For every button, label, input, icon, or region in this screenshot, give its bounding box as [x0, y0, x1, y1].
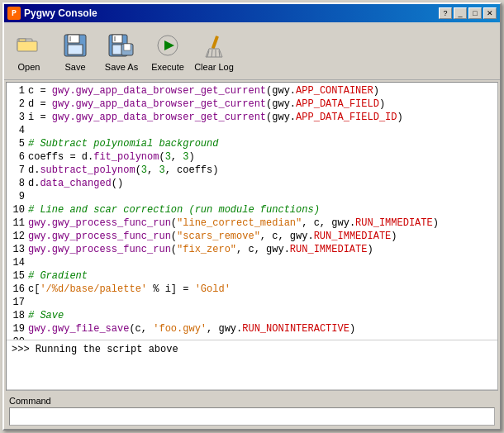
code-line-18: 18 # Save: [7, 309, 497, 322]
save-as-button[interactable]: Save As: [102, 31, 141, 72]
code-line-14: 14: [7, 256, 497, 269]
toolbar: Open Save: [4, 22, 500, 80]
svg-rect-1: [17, 41, 37, 51]
code-line-16: 16 c['/%d/base/palette' % i] = 'Gold': [7, 283, 497, 296]
open-label: Open: [18, 62, 40, 72]
output-area: >>> Running the script above: [7, 340, 497, 390]
clear-log-label: Clear Log: [194, 62, 234, 72]
code-editor[interactable]: 1 c = gwy.gwy_app_data_browser_get_curre…: [7, 83, 497, 340]
title-bar-left: P Pygwy Console: [7, 7, 97, 20]
command-label: Command: [9, 396, 495, 406]
window-title: Pygwy Console: [24, 7, 97, 19]
code-line-13: 13 gwy.gwy_process_func_run("fix_zero", …: [7, 243, 497, 256]
execute-button[interactable]: Execute: [148, 31, 188, 72]
close-button[interactable]: ✕: [483, 7, 497, 19]
svg-rect-10: [114, 36, 116, 41]
code-line-19: 19 gwy.gwy_file_save(c, 'foo.gwy', gwy.R…: [7, 322, 497, 335]
output-text: >>> Running the script above: [12, 344, 178, 355]
title-bar: P Pygwy Console ? _ □ ✕: [4, 4, 500, 22]
code-line-17: 17: [7, 296, 497, 309]
help-button[interactable]: ?: [439, 7, 452, 19]
execute-icon: [153, 31, 183, 60]
svg-rect-8: [112, 35, 122, 43]
code-line-2: 2 d = gwy.gwy_app_data_browser_get_curre…: [7, 98, 497, 111]
app-icon: P: [7, 7, 21, 20]
code-line-9: 9: [7, 190, 497, 203]
content-area: 1 c = gwy.gwy_app_data_browser_get_curre…: [6, 82, 498, 391]
save-as-icon: [107, 31, 136, 60]
code-line-15: 15 # Gradient: [7, 269, 497, 283]
svg-rect-2: [19, 39, 26, 41]
svg-rect-6: [69, 36, 71, 41]
code-line-5: 5 # Subtract polynomial background: [7, 137, 497, 150]
main-window: P Pygwy Console ? _ □ ✕ Open: [2, 2, 502, 431]
maximize-button[interactable]: □: [468, 7, 482, 19]
code-line-7: 7 d.subtract_polynom(3, 3, coeffs): [7, 164, 497, 177]
svg-rect-5: [68, 45, 83, 55]
clear-log-button[interactable]: Clear Log: [194, 31, 234, 72]
command-input[interactable]: [9, 407, 495, 426]
open-icon: [14, 31, 44, 60]
save-label: Save: [64, 62, 85, 72]
command-area: Command: [4, 393, 500, 429]
execute-label: Execute: [151, 62, 184, 72]
code-line-8: 8 d.data_changed(): [7, 177, 497, 190]
svg-rect-12: [124, 44, 131, 50]
save-button[interactable]: Save: [55, 31, 95, 72]
open-button[interactable]: Open: [9, 31, 49, 72]
save-icon: [60, 31, 90, 60]
code-line-1: 1 c = gwy.gwy_app_data_browser_get_curre…: [7, 84, 497, 98]
code-line-11: 11 gwy.gwy_process_func_run("line_correc…: [7, 216, 497, 230]
minimize-button[interactable]: _: [454, 7, 467, 19]
title-buttons: ? _ □ ✕: [439, 7, 497, 19]
code-line-3: 3 i = gwy.gwy_app_data_browser_get_curre…: [7, 111, 497, 124]
code-line-12: 12 gwy.gwy_process_func_run("scars_remov…: [7, 230, 497, 243]
code-line-10: 10 # Line and scar correction (run modul…: [7, 203, 497, 216]
code-line-6: 6 coeffs = d.fit_polynom(3, 3): [7, 150, 497, 164]
svg-rect-15: [212, 36, 219, 49]
clear-log-icon: [199, 31, 229, 60]
code-line-4: 4: [7, 124, 497, 137]
save-as-label: Save As: [105, 62, 138, 72]
